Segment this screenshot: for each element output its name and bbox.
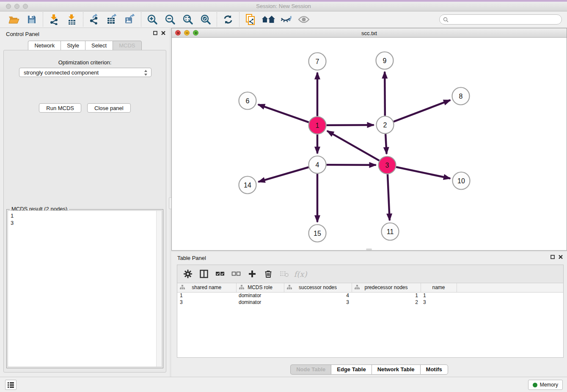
delete-column-icon[interactable] xyxy=(262,268,275,280)
import-table-icon[interactable] xyxy=(63,12,81,27)
zoom-in-icon[interactable] xyxy=(143,12,161,27)
export-network-icon[interactable] xyxy=(85,12,103,27)
zoom-selected-icon[interactable] xyxy=(197,12,215,27)
graph-node-8[interactable]: 8 xyxy=(452,88,470,105)
graph-edge-4-3[interactable] xyxy=(326,165,376,165)
select-all-icon[interactable] xyxy=(214,268,226,280)
float-table-panel-icon[interactable] xyxy=(550,255,555,259)
graph-node-9[interactable]: 9 xyxy=(376,52,394,69)
refresh-icon[interactable] xyxy=(219,12,237,27)
run-mcds-button[interactable]: Run MCDS xyxy=(39,103,81,113)
table-settings-icon[interactable] xyxy=(182,268,194,280)
memory-button[interactable]: Memory xyxy=(528,380,563,390)
graph-edge-2-9[interactable] xyxy=(385,72,385,116)
create-column-icon[interactable] xyxy=(246,268,259,280)
tab-style[interactable]: Style xyxy=(61,41,85,51)
deselect-all-icon[interactable] xyxy=(230,268,242,280)
show-columns-icon[interactable] xyxy=(198,268,210,280)
graph-node-6[interactable]: 6 xyxy=(239,92,256,110)
graph-node-3[interactable]: 3 xyxy=(379,157,396,174)
svg-text:6: 6 xyxy=(246,97,250,105)
graph-node-7[interactable]: 7 xyxy=(309,53,326,70)
first-neighbors-icon[interactable] xyxy=(259,12,277,27)
svg-text:9: 9 xyxy=(383,57,387,64)
network-graph[interactable]: 7968124314101511 xyxy=(172,38,567,250)
control-panel-tabs: Network Style Select MCDS xyxy=(0,41,170,51)
graph-edge-4-14[interactable] xyxy=(258,167,308,182)
svg-text:4: 4 xyxy=(316,161,319,168)
mcds-result-group: MCDS result (2 nodes) 1 3 xyxy=(6,209,163,368)
graph-node-14[interactable]: 14 xyxy=(239,177,256,194)
search-input[interactable] xyxy=(451,17,561,22)
tab-mcds[interactable]: MCDS xyxy=(113,41,141,51)
window-resize-handle[interactable] xyxy=(366,248,372,250)
close-panel-button[interactable]: Close panel xyxy=(87,103,131,113)
tab-network-table[interactable]: Network Table xyxy=(372,364,420,375)
tab-motifs[interactable]: Motifs xyxy=(420,364,448,375)
result-scrollbar[interactable] xyxy=(156,211,162,367)
column-header-successor-nodes[interactable]: successor nodes xyxy=(284,283,352,292)
import-network-icon[interactable] xyxy=(45,12,63,27)
graph-edge-1-6[interactable] xyxy=(258,105,309,122)
graph-edge-3-10[interactable] xyxy=(396,167,450,178)
toolbar-separator xyxy=(217,12,217,27)
tab-node-table[interactable]: Node Table xyxy=(290,364,331,375)
new-network-from-selection-icon[interactable] xyxy=(242,12,259,27)
attribute-type-icon xyxy=(180,285,185,290)
graph-node-4[interactable]: 4 xyxy=(309,156,326,174)
graph-edge-3-11[interactable] xyxy=(388,174,390,220)
open-session-icon[interactable] xyxy=(5,12,23,27)
network-file-title: scc.txt xyxy=(172,30,567,36)
graph-edge-3-1[interactable] xyxy=(327,131,379,160)
mcds-tab-content: Optimization criterion: strongly connect… xyxy=(3,50,166,373)
search-field[interactable] xyxy=(439,14,562,25)
memory-status-icon xyxy=(533,383,537,387)
session-title: Session: New Session xyxy=(0,3,567,9)
graph-edge-2-8[interactable] xyxy=(394,100,450,121)
svg-text:2: 2 xyxy=(383,121,387,129)
table-row[interactable]: 1dominator411 xyxy=(177,292,563,299)
delete-table-icon-disabled xyxy=(278,268,291,280)
attribute-type-icon xyxy=(239,285,244,290)
table-panel: Table Panel xyxy=(171,252,567,377)
task-history-button[interactable] xyxy=(5,380,17,390)
select-stepper-icon xyxy=(144,69,148,76)
export-table-icon[interactable] xyxy=(103,12,121,27)
column-header-predecessor-nodes[interactable]: predecessor nodes xyxy=(352,283,421,292)
tab-edge-table[interactable]: Edge Table xyxy=(331,364,371,375)
zoom-out-icon[interactable] xyxy=(161,12,179,27)
save-session-icon[interactable] xyxy=(23,12,41,27)
toolbar-separator xyxy=(141,12,141,27)
column-header-mcds-role[interactable]: MCDS role xyxy=(236,283,284,292)
tab-network[interactable]: Network xyxy=(28,41,61,51)
graph-node-15[interactable]: 15 xyxy=(309,225,326,242)
tab-select[interactable]: Select xyxy=(85,41,113,51)
search-icon xyxy=(443,17,449,22)
graph-edge-1-2[interactable] xyxy=(326,125,374,125)
float-panel-icon[interactable] xyxy=(153,31,157,35)
table-row[interactable]: 3dominator323 xyxy=(177,299,563,306)
node-table-body: 1dominator4113dominator323 xyxy=(177,292,563,306)
show-all-icon xyxy=(295,12,313,27)
graph-node-1[interactable]: 1 xyxy=(309,117,326,134)
optimization-criterion-select[interactable]: strongly connected component xyxy=(19,68,151,77)
app-title-bar: Session: New Session xyxy=(0,0,567,11)
task-list-icon xyxy=(8,382,14,388)
main-toolbar xyxy=(0,11,567,28)
export-image-icon[interactable] xyxy=(121,12,139,27)
column-header-shared-name[interactable]: shared name xyxy=(177,283,236,292)
graph-node-2[interactable]: 2 xyxy=(377,116,394,134)
network-canvas[interactable]: 7968124314101511 xyxy=(172,38,567,250)
node-table: shared name MCDS role successor nodes pr… xyxy=(177,283,563,306)
fit-content-icon[interactable] xyxy=(179,12,197,27)
graph-edge-2-3[interactable] xyxy=(385,134,386,154)
control-panel: Control Panel Network Style Select MCDS … xyxy=(0,28,170,377)
graph-node-11[interactable]: 11 xyxy=(382,223,399,240)
close-panel-icon[interactable] xyxy=(161,31,165,35)
mcds-result-text: 1 3 xyxy=(8,211,156,367)
column-header-name[interactable]: name xyxy=(421,283,457,292)
close-table-panel-icon[interactable] xyxy=(559,255,563,259)
graph-node-10[interactable]: 10 xyxy=(453,172,470,190)
svg-text:15: 15 xyxy=(314,230,321,237)
hide-selected-icon[interactable] xyxy=(277,12,295,27)
